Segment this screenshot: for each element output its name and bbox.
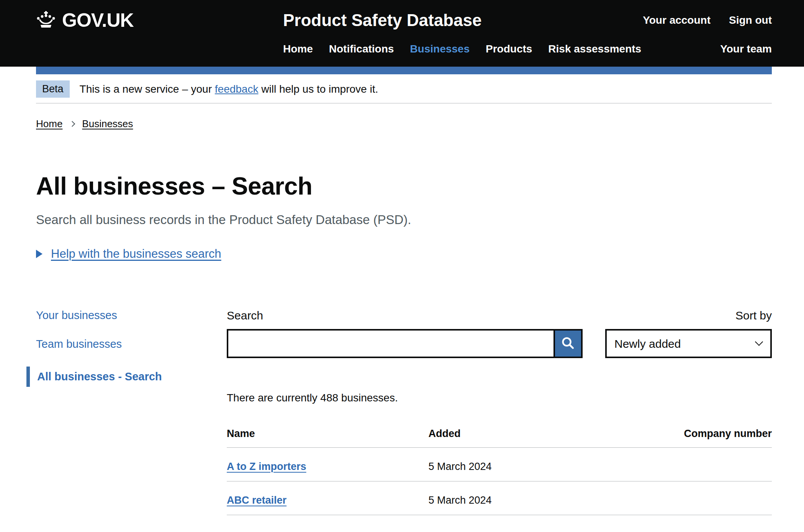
column-header-company-number: Company number <box>647 428 772 448</box>
page-title: All businesses – Search <box>36 172 772 200</box>
main-content: Search So <box>227 309 772 515</box>
business-link[interactable]: ABC retailer <box>227 494 287 506</box>
sidebar-item-all-businesses-search[interactable]: All businesses - Search <box>26 367 227 387</box>
masthead-accent-bar <box>36 67 772 74</box>
breadcrumb-businesses[interactable]: Businesses <box>82 118 133 130</box>
govuk-logo-text: GOV.UK <box>62 9 134 31</box>
nav-home[interactable]: Home <box>283 43 313 55</box>
govuk-logo[interactable]: GOV.UK <box>36 9 283 31</box>
masthead: GOV.UK Product Safety Database Your acco… <box>0 0 804 67</box>
nav-your-team[interactable]: Your team <box>720 43 772 55</box>
crown-icon <box>36 11 56 29</box>
column-header-added: Added <box>429 428 647 448</box>
nav-notifications[interactable]: Notifications <box>329 43 394 55</box>
service-name[interactable]: Product Safety Database <box>283 11 643 30</box>
table-row: ABC retailer 5 March 2024 <box>227 481 772 515</box>
nav-businesses[interactable]: Businesses <box>410 43 470 55</box>
business-company-number <box>647 448 772 481</box>
business-added-date: 5 March 2024 <box>429 481 647 515</box>
business-added-date: 5 March 2024 <box>429 448 647 481</box>
page-lede: Search all business records in the Produ… <box>36 213 772 227</box>
phase-banner: Beta This is a new service – your feedba… <box>36 74 772 103</box>
business-link[interactable]: A to Z importers <box>227 461 306 472</box>
search-button[interactable] <box>553 331 581 357</box>
sidebar-link-team-businesses[interactable]: Team businesses <box>36 338 122 350</box>
search-input[interactable] <box>228 331 553 357</box>
sidebar-item-your-businesses[interactable]: Your businesses <box>36 309 227 322</box>
chevron-right-icon <box>69 121 75 127</box>
beta-tag: Beta <box>36 80 70 98</box>
sidebar: Your businesses Team businesses All busi… <box>36 309 227 403</box>
sort-select[interactable]: Newly added <box>605 329 772 358</box>
business-company-number <box>647 481 772 515</box>
search-icon <box>560 336 576 352</box>
search-bar <box>227 329 583 358</box>
sign-out-link[interactable]: Sign out <box>729 14 772 26</box>
help-link-label: Help with the businesses search <box>51 247 221 261</box>
sort-by-label: Sort by <box>605 309 772 322</box>
sidebar-link-all-businesses-search[interactable]: All businesses - Search <box>37 370 162 383</box>
businesses-table: Name Added Company number A to Z importe… <box>227 428 772 515</box>
help-summary[interactable]: Help with the businesses search <box>36 247 772 261</box>
search-label: Search <box>227 309 583 322</box>
primary-nav: Home Notifications Businesses Products R… <box>36 43 772 55</box>
details-triangle-icon <box>36 250 43 258</box>
sidebar-link-your-businesses[interactable]: Your businesses <box>36 309 117 321</box>
breadcrumb: Home Businesses <box>36 118 772 130</box>
table-row: A to Z importers 5 March 2024 <box>227 448 772 481</box>
help-details: Help with the businesses search <box>36 247 772 261</box>
phase-text-before: This is a new service – your <box>80 83 215 95</box>
phase-banner-text: This is a new service – your feedback wi… <box>80 83 378 95</box>
sort-select-wrap: Newly added <box>605 329 772 358</box>
table-header-row: Name Added Company number <box>227 428 772 448</box>
breadcrumb-home[interactable]: Home <box>36 118 62 130</box>
results-count: There are currently 488 businesses. <box>227 392 772 404</box>
nav-risk-assessments[interactable]: Risk assessments <box>548 43 641 55</box>
phase-text-after: will help us to improve it. <box>258 83 378 95</box>
sidebar-item-team-businesses[interactable]: Team businesses <box>36 338 227 350</box>
account-links: Your account Sign out <box>643 14 772 26</box>
your-account-link[interactable]: Your account <box>643 14 711 26</box>
feedback-link[interactable]: feedback <box>215 83 259 95</box>
nav-products[interactable]: Products <box>486 43 532 55</box>
column-header-name: Name <box>227 428 429 448</box>
